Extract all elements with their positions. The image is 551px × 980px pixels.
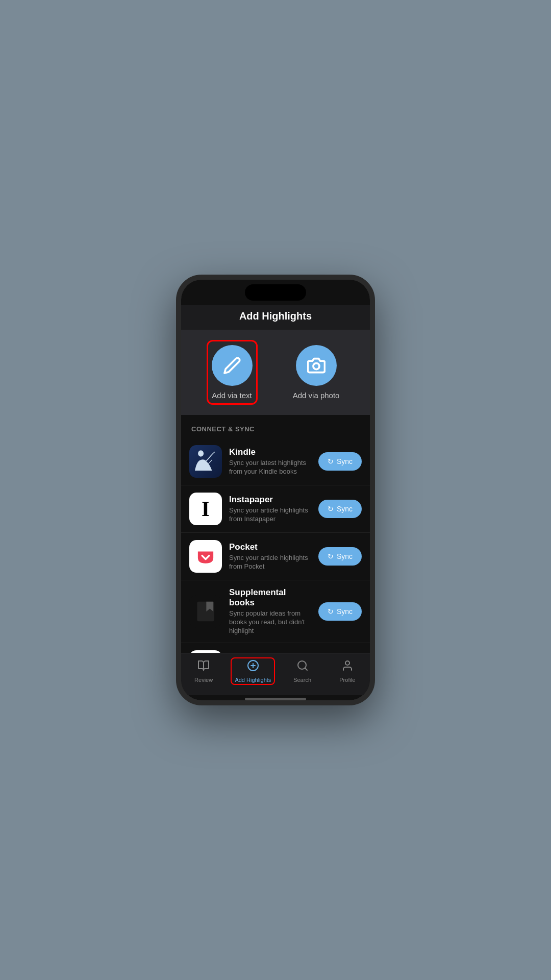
text-icon-circle bbox=[212, 345, 253, 386]
search-tab-label: Search bbox=[293, 677, 311, 683]
svg-point-9 bbox=[345, 661, 349, 665]
phone-inner: Add Highlights Add via text bbox=[181, 280, 370, 700]
sync-icon-4: ↻ bbox=[328, 607, 334, 616]
kindle-silhouette bbox=[189, 445, 222, 478]
book-open-icon bbox=[197, 659, 210, 672]
sync-icon-2: ↻ bbox=[328, 505, 334, 513]
pocket-info: Pocket Sync your article highlights from… bbox=[229, 542, 311, 571]
home-indicator bbox=[245, 698, 306, 700]
instapaper-sync-button[interactable]: ↻ Sync bbox=[318, 500, 362, 518]
supplemental-info: Supplemental books Sync popular ideas fr… bbox=[229, 587, 311, 635]
section-header: CONNECT & SYNC bbox=[181, 415, 370, 438]
pocket-desc: Sync your article highlights from Pocket bbox=[229, 554, 311, 571]
supplemental-desc: Sync popular ideas from books you read, … bbox=[229, 609, 311, 635]
supplemental-icon bbox=[189, 595, 222, 628]
add-via-text-label: Add via text bbox=[212, 391, 252, 400]
pocket-name: Pocket bbox=[229, 542, 311, 552]
kindle-desc: Sync your latest highlights from your Ki… bbox=[229, 459, 311, 476]
instapaper-desc: Sync your article highlights from Instap… bbox=[229, 506, 311, 524]
kindle-person-icon bbox=[193, 449, 218, 474]
camera-icon bbox=[307, 356, 325, 375]
add-methods-section: Add via text Add via photo bbox=[181, 330, 370, 415]
page-title: Add Highlights bbox=[191, 310, 360, 322]
add-highlights-icon bbox=[247, 659, 259, 675]
dynamic-island bbox=[245, 284, 306, 301]
supplemental-sync-button[interactable]: ↻ Sync bbox=[318, 602, 362, 621]
kindle-icon bbox=[189, 445, 222, 478]
sync-icon: ↻ bbox=[328, 457, 334, 465]
pocket-inner bbox=[189, 540, 222, 573]
kindle-name: Kindle bbox=[229, 447, 311, 457]
kindle-sync-label: Sync bbox=[337, 457, 353, 465]
add-via-photo-label: Add via photo bbox=[293, 391, 340, 400]
tab-bar: Review Add Highlights bbox=[181, 653, 370, 695]
tab-profile[interactable]: Profile bbox=[330, 657, 365, 685]
profile-tab-label: Profile bbox=[339, 677, 355, 683]
supbooks-inner bbox=[189, 595, 222, 628]
pocket-service-item: Pocket Sync your article highlights from… bbox=[181, 533, 370, 580]
kindle-sync-button[interactable]: ↻ Sync bbox=[318, 452, 362, 471]
page-title-bar: Add Highlights bbox=[181, 305, 370, 330]
status-bar bbox=[181, 280, 370, 305]
kindle-service-item: Kindle Sync your latest highlights from … bbox=[181, 438, 370, 485]
book-bookmark-icon bbox=[194, 600, 217, 623]
person-icon bbox=[341, 659, 354, 672]
search-icon bbox=[296, 659, 309, 675]
svg-point-0 bbox=[313, 363, 319, 370]
instapaper-letter: I bbox=[202, 497, 210, 521]
add-highlights-tab-label: Add Highlights bbox=[235, 677, 271, 683]
phone-frame: Add Highlights Add via text bbox=[176, 275, 375, 705]
pocket-logo bbox=[194, 545, 217, 568]
instapaper-info: Instapaper Sync your article highlights … bbox=[229, 495, 311, 524]
supplemental-sync-label: Sync bbox=[337, 607, 353, 616]
instapaper-name: Instapaper bbox=[229, 495, 311, 505]
pen-icon bbox=[223, 356, 241, 375]
magnifier-icon bbox=[296, 659, 309, 672]
service-list: Kindle Sync your latest highlights from … bbox=[181, 438, 370, 653]
tab-search[interactable]: Search bbox=[285, 657, 320, 685]
supplemental-name: Supplemental books bbox=[229, 587, 311, 608]
instapaper-icon: I bbox=[189, 493, 222, 525]
add-via-text-button[interactable]: Add via text bbox=[207, 340, 258, 405]
add-via-photo-button[interactable]: Add via photo bbox=[288, 340, 345, 405]
instapaper-service-item: I Instapaper Sync your article highlight… bbox=[181, 485, 370, 533]
instapaper-sync-label: Sync bbox=[337, 505, 353, 513]
plus-circle-icon bbox=[247, 659, 259, 672]
svg-line-8 bbox=[305, 668, 307, 670]
tab-review[interactable]: Review bbox=[186, 657, 221, 685]
photo-icon-circle bbox=[296, 345, 337, 386]
pocket-sync-label: Sync bbox=[337, 552, 353, 560]
svg-point-1 bbox=[198, 450, 204, 457]
tab-add-highlights[interactable]: Add Highlights bbox=[231, 657, 275, 685]
sync-icon-3: ↻ bbox=[328, 552, 334, 560]
review-icon bbox=[197, 659, 210, 675]
review-tab-label: Review bbox=[194, 677, 213, 683]
pocket-service-icon bbox=[189, 540, 222, 573]
supplemental-service-item: Supplemental books Sync popular ideas fr… bbox=[181, 580, 370, 643]
pocket-sync-button[interactable]: ↻ Sync bbox=[318, 547, 362, 566]
medium-service-item: M≡ Medium Sync your article highlights ↻… bbox=[181, 643, 370, 653]
kindle-info: Kindle Sync your latest highlights from … bbox=[229, 447, 311, 476]
connect-sync-section: CONNECT & SYNC bbox=[181, 415, 370, 653]
profile-icon bbox=[341, 659, 354, 675]
